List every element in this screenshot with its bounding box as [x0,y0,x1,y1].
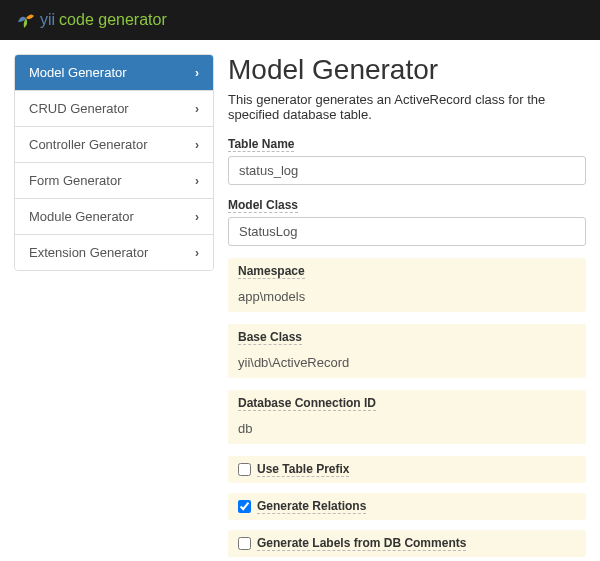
label-namespace: Namespace [238,264,305,279]
sidebar-item-label: Module Generator [29,209,134,224]
checkbox-generate-relations[interactable]: Generate Relations [228,493,586,520]
sidebar-item-model[interactable]: Model Generator › [15,55,213,91]
chevron-right-icon: › [195,102,199,116]
page-description: This generator generates an ActiveRecord… [228,92,586,122]
main-container: Model Generator › CRUD Generator › Contr… [0,40,600,561]
field-table-name: Table Name [228,136,586,185]
sidebar-item-module[interactable]: Module Generator › [15,199,213,235]
chevron-right-icon: › [195,246,199,260]
field-namespace: Namespace app\models [228,258,586,312]
yii-logo-icon [14,8,38,32]
main-content: Model Generator This generator generates… [228,54,586,561]
checkbox-input-use-table-prefix[interactable] [238,463,251,476]
field-model-class: Model Class [228,197,586,246]
field-base-class: Base Class yii\db\ActiveRecord [228,324,586,378]
checkbox-input-generate-labels[interactable] [238,537,251,550]
checkbox-generate-labels[interactable]: Generate Labels from DB Comments [228,530,586,557]
label-db-connection: Database Connection ID [238,396,376,411]
value-db-connection[interactable]: db [228,415,586,444]
sidebar-item-label: Extension Generator [29,245,148,260]
checkbox-label-generate-labels: Generate Labels from DB Comments [257,536,466,551]
sidebar-item-extension[interactable]: Extension Generator › [15,235,213,270]
logo: yiicode generator [14,8,167,32]
value-base-class[interactable]: yii\db\ActiveRecord [228,349,586,378]
sidebar-item-label: Model Generator [29,65,127,80]
sidebar-item-crud[interactable]: CRUD Generator › [15,91,213,127]
logo-yii: yii [40,11,55,28]
chevron-right-icon: › [195,174,199,188]
app-header: yiicode generator [0,0,600,40]
generator-list: Model Generator › CRUD Generator › Contr… [14,54,214,271]
chevron-right-icon: › [195,66,199,80]
logo-code: code generator [59,11,167,28]
checkbox-input-generate-relations[interactable] [238,500,251,513]
checkbox-label-generate-relations: Generate Relations [257,499,366,514]
chevron-right-icon: › [195,138,199,152]
page-title: Model Generator [228,54,586,86]
sidebar-item-label: CRUD Generator [29,101,129,116]
chevron-right-icon: › [195,210,199,224]
input-table-name[interactable] [228,156,586,185]
sidebar-item-label: Form Generator [29,173,121,188]
sidebar: Model Generator › CRUD Generator › Contr… [14,54,214,561]
sidebar-item-form[interactable]: Form Generator › [15,163,213,199]
field-db-connection: Database Connection ID db [228,390,586,444]
checkbox-label-use-table-prefix: Use Table Prefix [257,462,349,477]
label-table-name: Table Name [228,137,294,152]
label-base-class: Base Class [238,330,302,345]
sidebar-item-controller[interactable]: Controller Generator › [15,127,213,163]
label-model-class: Model Class [228,198,298,213]
logo-text: yiicode generator [40,11,167,29]
value-namespace[interactable]: app\models [228,283,586,312]
input-model-class[interactable] [228,217,586,246]
checkbox-use-table-prefix[interactable]: Use Table Prefix [228,456,586,483]
sidebar-item-label: Controller Generator [29,137,148,152]
